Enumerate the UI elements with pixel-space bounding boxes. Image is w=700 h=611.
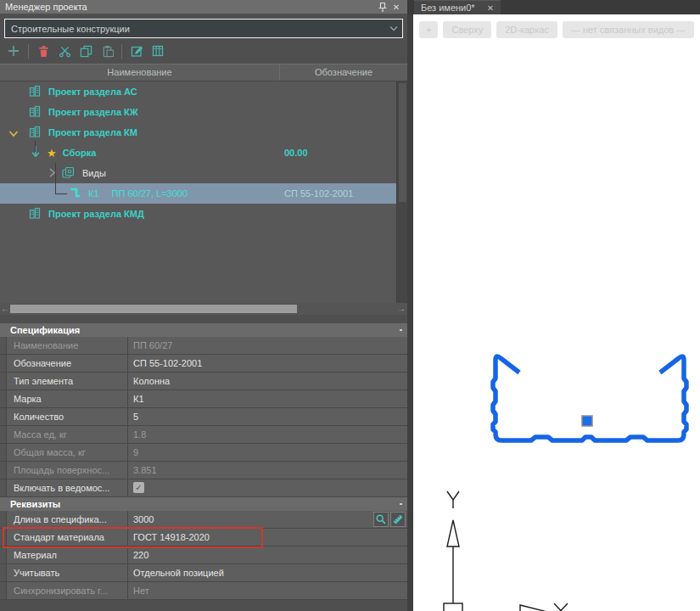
prop-value: ПП 60/27 xyxy=(127,337,407,354)
category-dropdown[interactable]: Строительные конструкции xyxy=(4,19,403,38)
prop-label: Обозначение xyxy=(7,355,127,372)
panel-divider[interactable] xyxy=(407,14,413,611)
prop-value[interactable]: СП 55-102-2001 xyxy=(127,355,407,372)
panel-titlebar: Менеджер проекта ✕ xyxy=(0,0,407,14)
view-direction-button[interactable]: Сверху xyxy=(443,21,491,38)
close-panel-icon[interactable]: ✕ xyxy=(389,1,403,13)
prop-row-material[interactable]: Материал 220 xyxy=(0,547,407,564)
tree-connector-line xyxy=(35,141,36,152)
prop-label: Площадь поверхнос... xyxy=(7,462,127,479)
prop-value[interactable]: Отдельной позицией xyxy=(127,564,407,581)
delete-icon[interactable] xyxy=(36,43,51,59)
column-header-name[interactable]: Наименование xyxy=(0,64,280,81)
tree-item-views[interactable]: Виды xyxy=(0,163,396,183)
add-view-button[interactable]: + xyxy=(419,21,438,38)
tree-vertical-scrollbar[interactable] xyxy=(396,81,407,303)
panel-toolbar xyxy=(0,38,407,64)
origin-handle xyxy=(582,416,592,426)
tab-close-icon[interactable]: ✕ xyxy=(487,3,494,13)
scroll-right-arrow[interactable]: → xyxy=(396,303,406,315)
tree-item-project-km[interactable]: Проект раздела КМ xyxy=(0,122,396,143)
tree-item-label: ПП 60/27, L=3000 xyxy=(112,188,188,199)
tree-item-label: Виды xyxy=(82,168,106,178)
prop-label: Масса ед, кг xyxy=(7,426,127,443)
prop-label: Общая масса, кг xyxy=(7,444,127,461)
search-icon[interactable] xyxy=(373,512,389,527)
row-gutter xyxy=(0,511,7,528)
tree-item-project-as[interactable]: Проект раздела АС xyxy=(0,81,396,102)
tree-horizontal-scrollbar[interactable]: ← → xyxy=(0,303,407,315)
prop-value[interactable]: Колонна xyxy=(127,373,407,390)
attributes-header[interactable]: Реквизиты xyxy=(0,497,407,511)
building-icon xyxy=(29,126,41,139)
copy-icon[interactable] xyxy=(78,43,93,59)
edit-icon[interactable] xyxy=(129,43,144,59)
document-tabbar: Без имени0* ✕ xyxy=(407,0,700,14)
checkbox-checked[interactable]: ✓ xyxy=(133,482,144,493)
tree-item-label: Проект раздела КМД xyxy=(48,209,144,219)
prop-row-material-standard[interactable]: Стандарт материала ГОСТ 14918-2020 xyxy=(0,529,407,547)
tree-item-assembly[interactable]: ★ Сборка 00.00 xyxy=(0,143,396,163)
tree-item-project-kmd[interactable]: Проект раздела КМД xyxy=(0,204,396,224)
prop-row-designation[interactable]: Обозначение СП 55-102-2001 xyxy=(0,355,407,373)
tree-item-label: Сборка xyxy=(63,148,97,158)
prop-value[interactable]: 5 xyxy=(127,408,407,425)
tree-column-headers: Наименование Обозначение xyxy=(0,64,407,81)
toolbar-separator xyxy=(121,44,122,59)
prop-label: Материал xyxy=(7,547,127,563)
paste-icon[interactable] xyxy=(99,43,115,59)
prop-row-mark[interactable]: Марка К1 xyxy=(0,390,407,408)
prop-value[interactable]: 3000 xyxy=(127,511,407,528)
tree-item-label: Проект раздела КМ xyxy=(48,127,137,137)
y-axis xyxy=(444,491,462,611)
scrollbar-thumb[interactable] xyxy=(399,83,406,202)
scroll-left-arrow[interactable]: ← xyxy=(0,303,10,315)
prop-row-synchronize: Синхронизировать г... Нет xyxy=(0,582,407,600)
document-tab[interactable]: Без имени0* ✕ xyxy=(414,0,501,14)
prop-label: Наименование xyxy=(7,337,127,354)
specification-header[interactable]: Спецификация xyxy=(0,323,407,337)
y-axis-arrowhead xyxy=(447,520,459,547)
drawing-canvas[interactable]: + Сверху 2D-каркас --- нет связанных вид… xyxy=(413,14,700,611)
prop-row-surface-area: Площадь поверхнос... 3.851 xyxy=(0,462,407,479)
prop-row-element-type[interactable]: Тип элемента Колонна xyxy=(0,373,407,390)
scrollbar-thumb[interactable] xyxy=(10,305,297,313)
tab-title: Без имени0* xyxy=(421,3,475,13)
x-axis-label xyxy=(554,603,568,611)
y-axis-label xyxy=(447,491,459,508)
row-gutter xyxy=(0,582,7,599)
tree-item-label: Проект раздела АС xyxy=(48,87,137,97)
panel-title: Менеджер проекта xyxy=(5,2,87,12)
expander-chevron-down-icon[interactable] xyxy=(8,129,19,139)
display-mode-button[interactable]: 2D-каркас xyxy=(496,21,557,38)
linked-views-button[interactable]: --- нет связанных видов --- xyxy=(563,21,694,38)
prop-row-include-in-list[interactable]: Включать в ведомос... ✓ xyxy=(0,479,407,497)
tree-item-designation: СП 55-102-2001 xyxy=(284,188,353,199)
prop-row-account-as[interactable]: Учитывать Отдельной позицией xyxy=(0,564,407,582)
column-header-designation[interactable]: Обозначение xyxy=(280,64,407,81)
section-title: Реквизиты xyxy=(10,499,60,509)
prop-value[interactable]: К1 xyxy=(127,390,407,407)
prop-label: Длина в специфика... xyxy=(7,511,127,528)
tree-item-project-kzh[interactable]: Проект раздела КЖ xyxy=(0,102,396,122)
table-icon[interactable] xyxy=(150,43,165,59)
measure-ruler-icon[interactable] xyxy=(390,512,406,527)
row-gutter xyxy=(0,479,7,496)
add-icon[interactable] xyxy=(6,43,21,59)
pin-icon[interactable] xyxy=(376,1,389,13)
prop-value: 3.851 xyxy=(127,462,407,479)
prop-value[interactable]: 220 xyxy=(127,547,407,563)
prop-label: Количество xyxy=(7,408,127,425)
row-gutter xyxy=(0,444,7,461)
building-icon xyxy=(29,105,41,119)
prop-label: Включать в ведомос... xyxy=(7,479,127,496)
prop-row-spec-length[interactable]: Длина в специфика... 3000 xyxy=(0,511,407,529)
prop-value[interactable]: ГОСТ 14918-2020 xyxy=(127,529,407,546)
prop-row-name: Наименование ПП 60/27 xyxy=(0,337,407,355)
application-window: Менеджер проекта ✕ Строительные конструк… xyxy=(0,0,700,611)
prop-value: Нет xyxy=(127,582,407,599)
x-axis xyxy=(520,603,568,611)
prop-row-quantity[interactable]: Количество 5 xyxy=(0,408,407,426)
cut-icon[interactable] xyxy=(57,43,72,59)
section-title: Спецификация xyxy=(10,325,80,335)
